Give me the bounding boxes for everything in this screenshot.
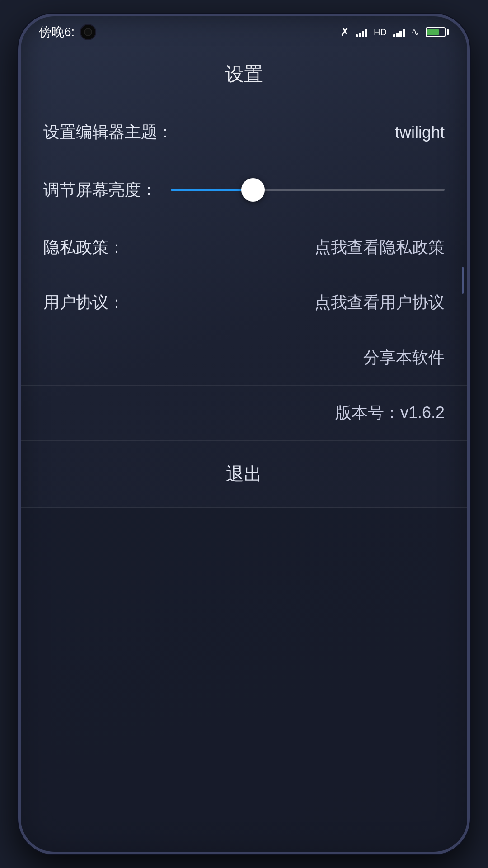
theme-row[interactable]: 设置编辑器主题： twilight (21, 105, 467, 160)
theme-value: twilight (395, 123, 445, 142)
settings-list: 设置编辑器主题： twilight 调节屏幕亮度： 隐私政策： 点我查看隐私政策 (21, 105, 467, 508)
brightness-row[interactable]: 调节屏幕亮度： (21, 160, 467, 220)
status-left: 傍晚6: (39, 24, 96, 41)
slider-track (171, 189, 445, 191)
camera-inner (84, 28, 92, 36)
scroll-indicator (462, 267, 464, 294)
version-label: 版本号：v1.6.2 (335, 402, 445, 424)
agreement-row[interactable]: 用户协议： 点我查看用户协议 (21, 275, 467, 330)
battery-fill (427, 29, 439, 35)
agreement-value[interactable]: 点我查看用户协议 (314, 292, 445, 314)
agreement-label: 用户协议： (43, 292, 125, 314)
time-display: 傍晚6: (39, 24, 75, 41)
battery-body (426, 27, 446, 37)
signal-icon (356, 27, 367, 37)
status-bar: 傍晚6: ✗ HD ∿ (21, 16, 467, 48)
status-right: ✗ HD ∿ (340, 26, 449, 38)
camera-hole (80, 24, 96, 40)
signal-icon-2 (393, 27, 405, 37)
screen-content: 设置 设置编辑器主题： twilight 调节屏幕亮度： 隐私政 (21, 48, 467, 852)
version-row: 版本号：v1.6.2 (21, 386, 467, 441)
battery-tip (447, 29, 449, 35)
hd-icon: HD (374, 27, 387, 38)
share-row[interactable]: 分享本软件 (21, 330, 467, 386)
share-label[interactable]: 分享本软件 (363, 347, 445, 369)
slider-fill (171, 189, 253, 191)
logout-row[interactable]: 退出 (21, 441, 467, 508)
battery-icon (426, 27, 449, 37)
brightness-slider-container[interactable] (171, 176, 445, 203)
theme-label: 设置编辑器主题： (43, 121, 174, 143)
logout-label[interactable]: 退出 (226, 462, 262, 486)
bluetooth-icon: ✗ (340, 26, 349, 38)
phone-frame: 傍晚6: ✗ HD ∿ (18, 14, 470, 854)
privacy-value[interactable]: 点我查看隐私政策 (314, 236, 445, 259)
page-title: 设置 (21, 48, 467, 105)
wifi-icon: ∿ (411, 26, 419, 38)
bottom-area (21, 508, 467, 852)
privacy-row[interactable]: 隐私政策： 点我查看隐私政策 (21, 220, 467, 275)
privacy-label: 隐私政策： (43, 236, 125, 259)
slider-thumb[interactable] (241, 178, 265, 202)
brightness-label: 调节屏幕亮度： (43, 179, 157, 201)
